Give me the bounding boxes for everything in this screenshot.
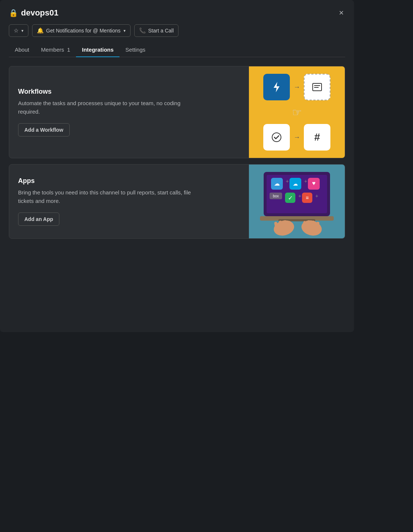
- add-workflow-button[interactable]: Add a Workflow: [18, 123, 70, 137]
- add-app-button[interactable]: Add an App: [18, 213, 59, 226]
- tab-about[interactable]: About: [9, 43, 35, 57]
- svg-text:+: +: [315, 193, 318, 199]
- workflows-card: Workflows Automate the tasks and process…: [9, 66, 345, 158]
- star-icon: ☆: [14, 27, 18, 34]
- svg-text:+: +: [286, 178, 289, 184]
- close-button[interactable]: ×: [337, 7, 345, 18]
- svg-text:✓: ✓: [288, 195, 293, 201]
- nav-tabs: About Members 1 Integrations Settings: [9, 43, 345, 57]
- tab-integrations[interactable]: Integrations: [76, 43, 119, 57]
- svg-point-4: [272, 133, 281, 142]
- star-chevron-icon: ▾: [21, 28, 24, 33]
- hashtag-icon: #: [304, 124, 330, 151]
- channel-modal: 🔒 devops01 × ☆ ▾ 🔔 Get Notifications for…: [0, 0, 354, 332]
- channel-title: devops01: [21, 8, 59, 18]
- cursor-icon: ☞: [292, 105, 302, 120]
- svg-text:☁: ☁: [293, 181, 298, 187]
- bell-icon: 🔔: [37, 27, 44, 34]
- modal-header: 🔒 devops01 × ☆ ▾ 🔔 Get Notifications for…: [0, 0, 354, 57]
- apps-laptop-svg: ☁ + ☁ + ♥ box ✓ + ≡: [256, 165, 337, 238]
- workflows-title: Workflows: [18, 88, 240, 96]
- start-call-label: Start a Call: [148, 28, 174, 34]
- apps-card-body: Apps Bring the tools you need into this …: [9, 165, 249, 238]
- workflows-card-body: Workflows Automate the tasks and process…: [9, 66, 249, 158]
- svg-text:☁: ☁: [274, 180, 280, 187]
- workflows-description: Automate the tasks and processes unique …: [18, 99, 195, 116]
- phone-icon: 📞: [139, 27, 146, 34]
- apps-illustration: ☁ + ☁ + ♥ box ✓ + ≡: [249, 165, 345, 238]
- arrow-right-icon: →: [294, 83, 300, 91]
- text-box-icon: [304, 74, 330, 100]
- apps-title: Apps: [18, 177, 240, 185]
- star-button[interactable]: ☆ ▾: [9, 24, 28, 37]
- title-row: 🔒 devops01 ×: [9, 7, 345, 18]
- arrow-right-2-icon: →: [294, 134, 300, 141]
- toolbar: ☆ ▾ 🔔 Get Notifications for @ Mentions ▾…: [9, 24, 345, 37]
- notifications-label: Get Notifications for @ Mentions: [46, 28, 121, 34]
- notifications-chevron-icon: ▾: [124, 28, 126, 33]
- member-count-badge: 1: [67, 46, 70, 53]
- tab-members[interactable]: Members 1: [35, 43, 76, 57]
- lightning-icon: [263, 74, 290, 100]
- checkmark-icon: [263, 124, 290, 151]
- svg-text:≡: ≡: [306, 195, 309, 201]
- svg-text:+: +: [298, 193, 301, 199]
- apps-description: Bring the tools you need into this chann…: [18, 189, 195, 205]
- svg-rect-29: [284, 220, 287, 229]
- svg-text:♥: ♥: [312, 180, 316, 186]
- tab-settings[interactable]: Settings: [119, 43, 151, 57]
- svg-text:box: box: [273, 194, 279, 198]
- main-content: Workflows Automate the tasks and process…: [0, 57, 354, 332]
- workflows-illustration: → ☞: [249, 66, 345, 158]
- svg-marker-0: [274, 82, 280, 92]
- svg-rect-32: [307, 220, 310, 229]
- start-call-button[interactable]: 📞 Start a Call: [134, 24, 178, 37]
- svg-text:+: +: [304, 178, 307, 184]
- apps-card: Apps Bring the tools you need into this …: [9, 164, 345, 239]
- title-left: 🔒 devops01: [9, 8, 59, 18]
- lock-icon: 🔒: [9, 8, 18, 17]
- notifications-button[interactable]: 🔔 Get Notifications for @ Mentions ▾: [32, 24, 131, 37]
